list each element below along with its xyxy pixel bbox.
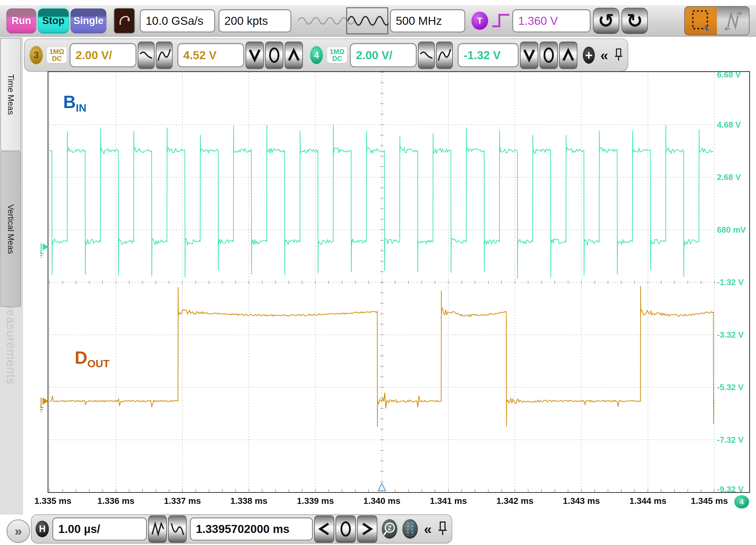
timebase-fine-button[interactable] — [168, 515, 186, 542]
axis-channel-4-number: 4 — [740, 498, 744, 506]
triangle-wave-icon — [151, 521, 165, 536]
channel-4-coupling[interactable]: 1MΩ DC — [327, 47, 347, 63]
voltage-label: -1.32 V — [717, 278, 748, 287]
trigger-edge-rising-icon[interactable] — [491, 11, 511, 31]
chevron-down-icon — [248, 48, 261, 62]
waveform-transfer-button[interactable] — [717, 7, 749, 35]
annotation-b-in-main: B — [63, 92, 76, 112]
channel-4-scale-fine-button[interactable] — [418, 42, 435, 69]
channel-3-ground-marker[interactable] — [40, 398, 49, 412]
plus-icon: + — [585, 48, 593, 63]
pin-hbar-button[interactable] — [438, 520, 448, 538]
selection-tool-button[interactable] — [685, 7, 717, 35]
channel-3-coupling-mode: DC — [49, 55, 64, 62]
annotation-b-in-sub: IN — [76, 102, 86, 114]
sine-icon — [170, 521, 184, 537]
channel-3-scale-fine-button[interactable] — [138, 42, 154, 69]
channel-4-ground-marker[interactable] — [40, 243, 49, 257]
pin-toolbar-button[interactable] — [614, 46, 623, 64]
run-button[interactable]: Run — [7, 9, 36, 33]
annotation-b-in: BIN — [63, 93, 86, 113]
waveform-canvas[interactable] — [40, 72, 749, 492]
channel-4-scale-field[interactable]: 2.00 V/ — [350, 43, 417, 67]
single-button[interactable]: Single — [71, 9, 106, 33]
tab-vertical-meas-label: Vertical Meas — [6, 204, 16, 254]
channel-3-offset-up-button[interactable] — [285, 42, 303, 69]
horizontal-mode-badge[interactable]: H — [36, 521, 49, 537]
channel-3-badge[interactable]: 3 — [29, 45, 43, 65]
annotation-d-out-sub: OUT — [87, 358, 110, 370]
acquire-mode-button[interactable] — [114, 8, 135, 34]
channel-3-scale-field[interactable]: 2.00 V/ — [70, 43, 136, 67]
stop-button[interactable]: Stop — [38, 9, 69, 33]
position-zero-button[interactable] — [336, 515, 356, 542]
tab-time-meas[interactable]: Time Meas — [1, 38, 21, 151]
channel-4-offset-up-button[interactable] — [559, 42, 577, 69]
horizontal-toolbar: H 1.00 µs/ 1.3395702000 ms — [31, 514, 452, 543]
channel-4-badge[interactable]: 4 — [309, 45, 324, 65]
position-left-button[interactable] — [314, 515, 334, 542]
timebase-field[interactable]: 1.00 µs/ — [52, 517, 147, 540]
expand-panel-button[interactable]: » — [7, 519, 30, 543]
channel-toolbar: 3 1MΩ DC 2.00 V/ 4.52 V — [24, 39, 628, 72]
zoom-mode-button[interactable]: Z — [381, 519, 398, 539]
zoom-magnifier-icon: Z — [382, 521, 397, 537]
timebase-zoom-button[interactable] — [148, 515, 167, 542]
channel-3-offset-down-button[interactable] — [246, 42, 264, 69]
small-wave-icon — [419, 50, 433, 61]
trigger-level-value: 1.360 V — [518, 14, 558, 28]
collapse-toolbar-button[interactable]: « — [600, 47, 608, 63]
add-channel-button[interactable]: + — [583, 47, 595, 64]
left-sidebar: Time Meas Vertical Meas Measurements — [0, 37, 23, 515]
time-label: 1.336 ms — [97, 496, 134, 506]
voltage-label: -7.32 V — [717, 435, 748, 445]
redo-button[interactable]: ↻ — [622, 8, 648, 34]
channel-4-offset-down-button[interactable] — [520, 42, 538, 69]
time-label: 1.342 ms — [496, 496, 533, 506]
memory-depth-field: 200 kpts — [219, 9, 291, 32]
cursors-button[interactable] — [402, 519, 418, 539]
channel-3-coupling[interactable]: 1MΩ DC — [47, 47, 67, 63]
double-chevron-right-icon: » — [15, 524, 22, 539]
channel-4-offset-zero-button[interactable] — [540, 42, 558, 69]
sine-icon — [437, 47, 451, 63]
channel-3-offset-value: 4.52 V — [183, 48, 217, 62]
voltage-label: 680 mV — [717, 225, 748, 235]
loop-arrow-icon — [118, 14, 131, 28]
channel-3-offset-zero-button[interactable] — [265, 42, 283, 69]
time-label: 1.341 ms — [430, 496, 467, 506]
cursors-icon — [403, 521, 417, 537]
channel-4-offset-field[interactable]: -1.32 V — [458, 43, 519, 67]
tab-vertical-meas[interactable]: Vertical Meas — [1, 151, 21, 307]
channel-4-scale-coarse-button[interactable] — [436, 42, 453, 69]
undo-button[interactable]: ↺ — [593, 8, 619, 34]
waveform-arrows-icon — [722, 10, 743, 32]
trace-channel-4 — [49, 125, 713, 279]
trigger-level-field[interactable]: 1.360 V — [512, 9, 591, 32]
oscilloscope-screen: Run Stop Single 10.0 GSa/s 200 kpts 50 — [0, 0, 756, 545]
channel-4-offset-value: -1.32 V — [463, 48, 501, 62]
voltage-label: 4.68 V — [717, 120, 748, 130]
channel-4-impedance: 1MΩ — [330, 48, 344, 55]
trigger-menu-button[interactable]: T — [471, 11, 489, 31]
channel-3-offset-field[interactable]: 4.52 V — [177, 43, 244, 67]
measurements-watermark: Measurements — [4, 299, 18, 385]
trigger-symbol: T — [477, 16, 483, 26]
time-label: 1.337 ms — [164, 496, 201, 506]
trigger-position-marker[interactable] — [378, 483, 386, 491]
time-label: 1.345 ms — [691, 496, 728, 506]
memory-depth-value: 200 kpts — [224, 14, 268, 28]
channel-3-scale-coarse-button[interactable] — [156, 42, 172, 69]
chevron-up-icon — [287, 48, 301, 62]
collapse-hbar-button[interactable]: « — [424, 521, 432, 537]
zero-icon — [267, 47, 281, 63]
bandwidth-sine-boxed-icon[interactable] — [346, 6, 389, 36]
undo-icon: ↺ — [598, 11, 614, 31]
tab-time-meas-label: Time Meas — [6, 74, 16, 115]
chevron-right-icon — [360, 522, 374, 536]
position-right-button[interactable] — [357, 515, 377, 542]
sample-rate-value: 10.0 GSa/s — [146, 14, 203, 28]
axis-channel-4-badge[interactable]: 4 — [734, 495, 749, 509]
bandwidth-value: 500 MHz — [396, 14, 442, 28]
horizontal-position-field[interactable]: 1.3395702000 ms — [190, 517, 313, 540]
